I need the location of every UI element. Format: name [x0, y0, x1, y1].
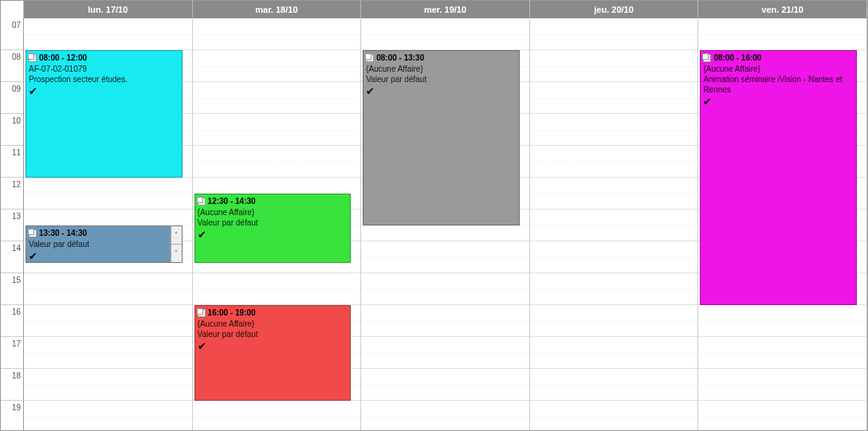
event-line1: {Aucune Affaire}	[198, 207, 348, 217]
header-day-0[interactable]: lun. 17/10	[24, 1, 193, 18]
check-icon: ✔	[198, 229, 348, 240]
day-col-4[interactable]: 08:00 - 16:00{Aucune Affaire}Animation s…	[698, 18, 867, 431]
event-3[interactable]: 16:00 - 19:00{Aucune Affaire}Valeur par …	[194, 305, 352, 401]
popup-icon[interactable]	[703, 54, 711, 62]
chevron-up-icon[interactable]: ˄	[171, 226, 182, 245]
event-line1: {Aucune Affaire}	[366, 64, 516, 74]
event-line1: {Aucune Affaire}	[703, 64, 854, 74]
day-columns: 08:00 - 12:00AF-07-02-01079Prospection s…	[24, 18, 867, 431]
popup-icon[interactable]	[198, 309, 206, 317]
hour-label-15: 15	[1, 273, 23, 305]
event-time-row: 08:00 - 16:00	[703, 53, 854, 63]
event-line2: Prospection secteur études.	[29, 74, 179, 84]
week-calendar: lun. 17/10mar. 18/10mer. 19/10jeu. 20/10…	[0, 0, 868, 431]
event-2[interactable]: 12:30 - 14:30{Aucune Affaire}Valeur par …	[194, 194, 352, 263]
event-scroll[interactable]: ˄˅	[171, 226, 182, 262]
event-time-row: 08:00 - 13:30	[366, 53, 516, 63]
day-col-1[interactable]: 12:30 - 14:30{Aucune Affaire}Valeur par …	[193, 18, 362, 431]
hour-label-11: 11	[1, 146, 23, 178]
event-4[interactable]: 08:00 - 13:30{Aucune Affaire}Valeur par …	[363, 50, 520, 225]
header-spacer	[1, 1, 24, 18]
check-icon: ✔	[366, 86, 516, 96]
event-time-row: 08:00 - 12:00	[29, 53, 179, 63]
hour-label-17: 17	[1, 337, 23, 369]
hour-label-16: 16	[1, 305, 23, 337]
check-icon: ✔	[703, 96, 854, 107]
header-day-4[interactable]: ven. 21/10	[698, 1, 867, 18]
event-line2: Valeur par défaut	[198, 217, 348, 228]
event-5[interactable]: 08:00 - 16:00{Aucune Affaire}Animation s…	[700, 50, 857, 305]
chevron-down-icon[interactable]: ˅	[171, 245, 182, 262]
check-icon: ✔	[198, 341, 348, 351]
popup-icon[interactable]	[29, 229, 37, 237]
header-row: lun. 17/10mar. 18/10mer. 19/10jeu. 20/10…	[1, 1, 867, 18]
event-line2: Valeur par défaut	[198, 329, 348, 339]
event-line1: {Aucune Affaire}	[198, 319, 348, 329]
hour-label-19: 19	[1, 401, 23, 431]
event-time-label: 08:00 - 12:00	[39, 53, 87, 63]
day-col-0[interactable]: 08:00 - 12:00AF-07-02-01079Prospection s…	[24, 18, 193, 431]
event-time-label: 13:30 - 14:30	[39, 228, 87, 238]
popup-icon[interactable]	[29, 54, 37, 62]
event-time-label: 08:00 - 16:00	[713, 53, 761, 63]
popup-icon[interactable]	[198, 198, 206, 206]
check-icon: ✔	[29, 86, 179, 96]
event-line1: Valeur par défaut	[29, 239, 179, 249]
event-time-row: 13:30 - 14:30	[29, 228, 179, 238]
check-icon: ✔	[29, 251, 179, 261]
event-time-row: 16:00 - 19:00	[198, 308, 348, 318]
time-column: 07080910111213141516171819	[1, 18, 24, 431]
hour-label-7: 07	[1, 18, 23, 50]
event-1[interactable]: 13:30 - 14:30Valeur par défaut✔˄˅	[26, 225, 183, 263]
day-col-2[interactable]: 08:00 - 13:30{Aucune Affaire}Valeur par …	[361, 18, 530, 431]
day-col-3[interactable]	[530, 18, 699, 431]
hour-label-10: 10	[1, 114, 23, 146]
popup-icon[interactable]	[366, 54, 374, 62]
event-0[interactable]: 08:00 - 12:00AF-07-02-01079Prospection s…	[26, 50, 183, 178]
hour-label-14: 14	[1, 241, 23, 273]
header-day-1[interactable]: mar. 18/10	[193, 1, 362, 18]
hour-label-9: 09	[1, 82, 23, 114]
event-time-label: 16:00 - 19:00	[208, 308, 256, 318]
event-line2: Valeur par défaut	[366, 74, 516, 84]
grid-body: 07080910111213141516171819 08:00 - 12:00…	[1, 18, 867, 431]
hour-label-8: 08	[1, 50, 23, 82]
header-day-3[interactable]: jeu. 20/10	[530, 1, 699, 18]
event-line1: AF-07-02-01079	[29, 64, 179, 74]
event-time-label: 12:30 - 14:30	[208, 196, 256, 206]
hour-label-12: 12	[1, 178, 23, 210]
event-line2: Animation séminaire iVision - Nantes et …	[703, 74, 854, 95]
hour-label-13: 13	[1, 210, 23, 241]
event-time-row: 12:30 - 14:30	[198, 196, 348, 206]
event-time-label: 08:00 - 13:30	[376, 53, 424, 63]
hour-label-18: 18	[1, 369, 23, 401]
header-day-2[interactable]: mer. 19/10	[361, 1, 530, 18]
